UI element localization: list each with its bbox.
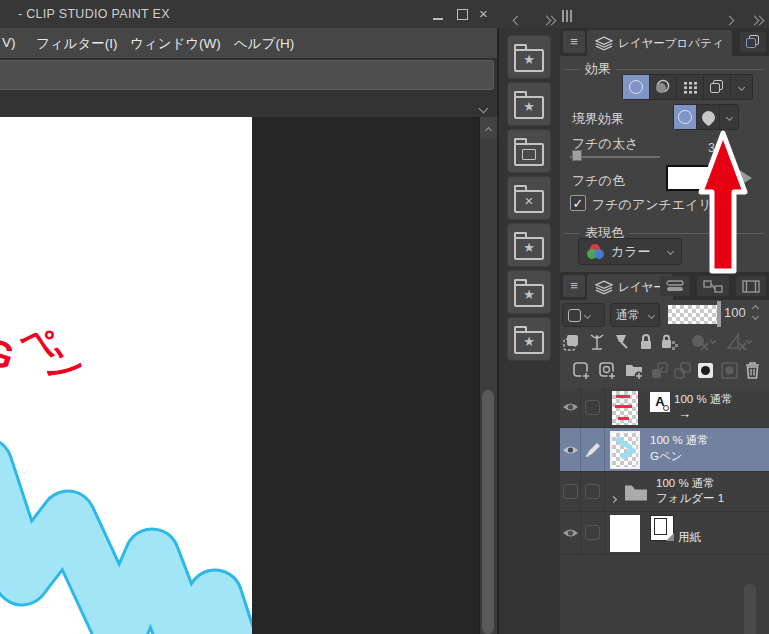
effect-button-group [622, 74, 753, 100]
border-edge-button[interactable] [674, 105, 697, 129]
palette-folder-material-button[interactable]: × [507, 176, 551, 220]
palette-folder-star-button-4[interactable]: ★ [507, 270, 551, 314]
blend-mode-dropdown[interactable]: 通常 [610, 303, 660, 327]
scrollbar-thumb[interactable] [482, 390, 494, 634]
dock-handle-icon[interactable] [562, 8, 574, 26]
scroll-up-icon[interactable] [480, 117, 497, 139]
layer-name-2: フォルダー 1 [656, 491, 724, 506]
folder-layer-icon [624, 484, 648, 505]
menu-filter[interactable]: フィルター(I) [36, 35, 118, 53]
window-title: - CLIP STUDIO PAINT EX [18, 7, 170, 21]
document-canvas[interactable]: G ペ ン [0, 117, 252, 634]
layer-thumbnail[interactable] [612, 391, 638, 425]
border-width-slider-handle[interactable] [572, 150, 582, 161]
edit-state-cell[interactable] [585, 400, 600, 415]
opacity-stepper[interactable] [753, 306, 758, 319]
apply-mask-button-disabled[interactable] [720, 361, 739, 380]
palette-folder-star-button-1[interactable]: ★ [507, 35, 551, 79]
layer-row-paper[interactable]: 用紙 [560, 512, 769, 555]
star-icon: ★ [523, 100, 535, 113]
titlebar[interactable]: - CLIP STUDIO PAINT EX × [0, 0, 769, 28]
antialias-checkbox[interactable]: ✓ [570, 195, 586, 211]
watercolor-edge-icon [699, 108, 717, 126]
draft-layer-button[interactable] [613, 333, 631, 351]
tab-layer-comp[interactable] [660, 276, 690, 296]
tab-scene[interactable] [697, 276, 729, 296]
enable-mask-button-disabled[interactable] [690, 333, 716, 351]
visibility-eye-icon[interactable] [562, 527, 579, 539]
effect-tone-button[interactable] [650, 75, 677, 99]
x-icon: × [525, 193, 534, 208]
border-color-label: フチの色 [572, 172, 625, 190]
tone-icon [655, 79, 671, 95]
palette-folder-star-button-3[interactable]: ★ [507, 223, 551, 267]
edit-state-cell[interactable] [585, 484, 600, 499]
effect-halftone-button[interactable] [677, 75, 704, 99]
layer-palette-menu-icon[interactable]: ≡ [563, 275, 585, 297]
visibility-cell-off[interactable] [563, 484, 578, 499]
tab-overflow-chevron-icon[interactable] [480, 98, 487, 116]
border-width-slider[interactable] [570, 156, 660, 158]
star-icon: ★ [523, 335, 535, 348]
reference-layer-button[interactable] [588, 333, 606, 351]
layer-color-dropdown[interactable] [562, 303, 605, 327]
new-raster-layer-button[interactable] [572, 361, 592, 381]
lock-transparent-pixels-button[interactable] [660, 333, 679, 350]
layer-row-text[interactable]: A 100 % 通常 → [560, 388, 769, 428]
minimize-icon[interactable] [433, 18, 443, 20]
linked-frames-icon [703, 280, 723, 293]
layer-thumbnail-selected[interactable] [610, 431, 640, 469]
effect-extract-line-button[interactable] [704, 75, 731, 99]
paper-thumbnail[interactable] [610, 515, 640, 552]
create-layer-mask-button[interactable] [696, 361, 715, 380]
merge-layer-below-button-disabled[interactable] [673, 361, 692, 380]
clip-to-layer-below-button[interactable] [562, 333, 581, 352]
effect-more-button[interactable] [731, 75, 752, 99]
palette-folder-star-button-2[interactable]: ★ [507, 82, 551, 126]
new-layer-folder-button[interactable] [624, 361, 645, 381]
visibility-eye-icon[interactable] [562, 401, 579, 413]
menu-view-partial[interactable]: V) [2, 35, 16, 50]
ruler-button-disabled[interactable] [726, 333, 752, 351]
palette-folder-star-button-5[interactable]: ★ [507, 317, 551, 361]
layer-color-icon [568, 309, 581, 322]
layer-name: 100 % 通常 [650, 433, 709, 448]
layer-list: A 100 % 通常 → 100 % 通常 [560, 388, 769, 634]
tab-layer-search[interactable] [740, 32, 766, 52]
border-effect-icon [629, 80, 643, 94]
edit-state-cell[interactable] [585, 525, 600, 540]
opacity-slider[interactable] [668, 305, 718, 324]
command-bar[interactable] [0, 60, 494, 90]
canvas-chrome [0, 58, 497, 117]
opacity-slider-handle[interactable] [717, 301, 721, 327]
tab-layer-property[interactable]: レイヤープロパティ [587, 30, 732, 56]
tab-timeline[interactable] [736, 276, 766, 296]
halftone-icon [683, 81, 698, 94]
dock-scroll-left-icon[interactable] [514, 10, 521, 28]
palette-folder-image-button[interactable] [507, 129, 551, 173]
palette-menu-icon[interactable]: ≡ [563, 31, 585, 53]
layer-row-folder[interactable]: 100 % 通常 フォルダー 1 [560, 472, 769, 512]
tab-scroll-right-icon[interactable] [726, 10, 733, 28]
delete-layer-button[interactable] [744, 361, 761, 380]
image-icon [522, 149, 536, 160]
menu-help[interactable]: ヘルプ(H) [234, 35, 294, 53]
close-icon[interactable]: × [479, 5, 488, 22]
expand-folder-chevron-icon[interactable] [611, 488, 616, 506]
effect-border-button[interactable] [623, 75, 650, 99]
dock-scroll-right-double-icon[interactable] [543, 10, 553, 28]
paper-layer-badge [650, 515, 674, 541]
lock-layer-button[interactable] [638, 333, 654, 350]
expression-color-dropdown[interactable]: カラー [578, 238, 682, 265]
new-vector-layer-button[interactable] [598, 361, 618, 381]
maximize-icon[interactable] [457, 9, 468, 20]
layer-row-gpen-selected[interactable]: 100 % 通常 Gペン [560, 428, 769, 472]
transfer-to-layer-below-button-disabled[interactable] [650, 361, 669, 380]
canvas-vertical-scrollbar[interactable] [479, 117, 497, 634]
visibility-eye-icon[interactable] [562, 444, 579, 456]
layer-list-scrollbar[interactable] [744, 584, 756, 634]
layer-comp-icon [666, 280, 684, 292]
menu-window[interactable]: ウィンドウ(W) [130, 35, 221, 53]
tab-scroll-right-end-icon[interactable] [751, 10, 761, 28]
clip-studio-paint-window: - CLIP STUDIO PAINT EX × V) フィルター(I) ウィン… [0, 0, 769, 634]
